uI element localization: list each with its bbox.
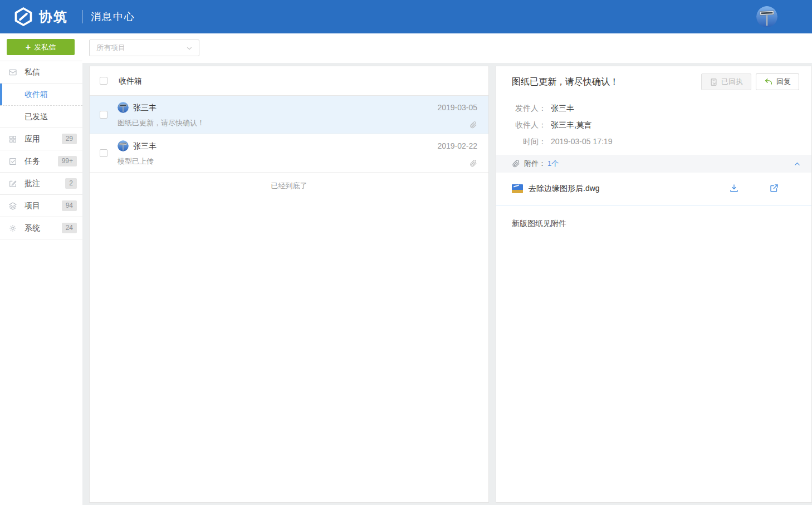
message-body: 新版图纸见附件 [512, 219, 566, 229]
apps-count-badge: 29 [62, 134, 77, 144]
message-checkbox[interactable] [100, 149, 107, 157]
mail-icon [8, 68, 17, 77]
message-row[interactable]: 张三丰 2019-03-05 图纸已更新，请尽快确认！ [90, 96, 488, 134]
message-sender: 张三丰 [133, 103, 156, 113]
attachment-paperclip-icon [469, 159, 477, 167]
file-thumbnail [512, 184, 523, 193]
sidebar: + 发私信 私信 收件箱 已发送 应用 29 任务 99+ 批注 2 [0, 33, 82, 505]
attachments-count: 1个 [547, 155, 559, 173]
list-title: 收件箱 [119, 76, 142, 86]
project-filter-select[interactable]: 所有项目 [89, 40, 199, 56]
sidebar-item-apps[interactable]: 应用 29 [0, 128, 82, 150]
message-row[interactable]: 张三丰 2019-02-22 模型已上传 [90, 134, 488, 173]
field-time: 时间： 2019-03-05 17:19 [512, 133, 612, 150]
plus-icon: + [26, 43, 31, 52]
message-detail-pane: 图纸已更新，请尽快确认！ 已回执 回复 发件人： 张三丰 收件人： 张三丰,莫言… [496, 66, 812, 503]
download-icon[interactable] [729, 183, 739, 193]
sidebar-item-sent[interactable]: 已发送 [0, 106, 82, 128]
brand-hexagon-icon [13, 7, 33, 27]
message-checkbox[interactable] [100, 111, 107, 119]
user-avatar[interactable] [756, 6, 777, 27]
attachments-label: 附件： [524, 155, 546, 173]
grid-icon [8, 135, 17, 144]
select-all-checkbox[interactable] [100, 77, 107, 85]
filter-toolbar: 所有项目 [82, 33, 812, 63]
app-logo[interactable]: 协筑 [13, 7, 68, 27]
sidebar-item-annotations[interactable]: 批注 2 [0, 173, 82, 195]
field-sender: 发件人： 张三丰 [512, 100, 612, 116]
file-name: 去除边缘图形后.dwg [529, 184, 600, 194]
system-count-badge: 24 [62, 223, 77, 233]
layers-icon [8, 202, 17, 210]
attachment-file-row[interactable]: 去除边缘图形后.dwg [496, 173, 811, 205]
sidebar-item-private-messages[interactable]: 私信 [0, 61, 82, 84]
receipt-button[interactable]: 已回执 [701, 73, 751, 90]
message-subject: 图纸已更新，请尽快确认！ [118, 118, 204, 128]
annotations-count-badge: 2 [65, 178, 77, 189]
reply-arrow-icon [764, 77, 773, 86]
message-date: 2019-03-05 [437, 103, 477, 112]
projects-count-badge: 94 [62, 200, 77, 211]
message-title: 图纸已更新，请尽快确认！ [512, 76, 619, 88]
chevron-up-icon[interactable] [793, 160, 801, 168]
tasks-count-badge: 99+ [58, 156, 77, 166]
list-end-text: 已经到底了 [90, 181, 488, 191]
reply-button[interactable]: 回复 [756, 73, 799, 90]
sidebar-item-system[interactable]: 系统 24 [0, 217, 82, 239]
sidebar-item-inbox[interactable]: 收件箱 [0, 84, 82, 106]
sender-avatar [118, 102, 129, 113]
gear-icon [8, 224, 17, 233]
attachments-bar: 附件： 1个 [496, 155, 811, 173]
message-list-header: 收件箱 [90, 66, 488, 96]
message-sender: 张三丰 [133, 141, 156, 151]
sidebar-item-projects[interactable]: 项目 94 [0, 195, 82, 217]
app-header: 协筑 消息中心 [0, 0, 812, 33]
open-external-icon[interactable] [769, 183, 779, 193]
message-list-pane: 收件箱 张三丰 2019-03-05 图纸已更新，请尽快确认！ 张三丰 2019… [89, 66, 489, 503]
attachment-paperclip-icon [469, 121, 477, 129]
message-date: 2019-02-22 [437, 141, 477, 150]
field-recipients: 收件人： 张三丰,莫言 [512, 116, 612, 133]
message-subject: 模型已上传 [118, 156, 154, 166]
sender-avatar [118, 140, 129, 151]
paperclip-icon [512, 159, 520, 168]
header-divider [82, 10, 83, 23]
receipt-doc-icon [710, 78, 718, 86]
page-title: 消息中心 [91, 10, 135, 23]
compose-message-button[interactable]: + 发私信 [7, 39, 75, 55]
task-check-icon [8, 157, 17, 166]
chevron-down-icon [185, 45, 193, 52]
sidebar-item-tasks[interactable]: 任务 99+ [0, 150, 82, 173]
brand-name: 协筑 [39, 8, 68, 26]
edit-pen-icon [8, 179, 17, 188]
